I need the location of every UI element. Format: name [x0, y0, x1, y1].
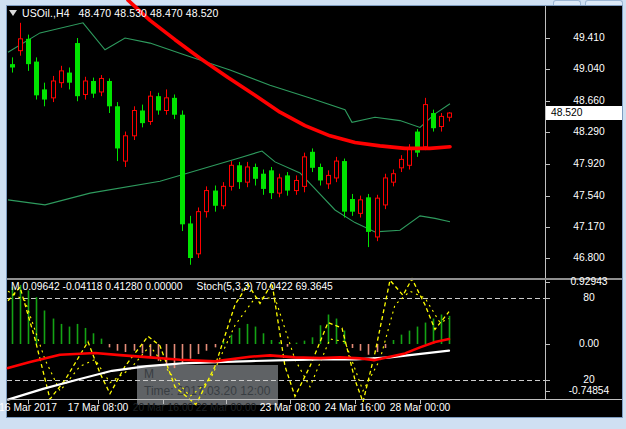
candle-body-bear — [350, 199, 355, 212]
candle-body-bull — [392, 174, 396, 182]
indicator-axis-label: 0.00 — [558, 338, 620, 349]
time-axis-label: 16 Mar 2017 — [0, 402, 57, 414]
price-axis-label: 46.800 — [558, 252, 620, 263]
candle-body-bear — [310, 152, 315, 168]
candle-body-bull — [295, 180, 299, 190]
candle-body-bull — [384, 178, 388, 205]
price-axis-label: 47.540 — [558, 190, 620, 201]
candle-body-bull — [205, 191, 209, 212]
candle-body-bull — [84, 81, 88, 94]
indicator-header: M 0.09642 -0.04118 0.41280 0.00000Stoch(… — [11, 281, 333, 292]
price-axis-label: 48.660 — [558, 95, 620, 106]
candle-body-bull — [19, 39, 23, 51]
candle-body-bear — [156, 96, 161, 110]
time-axis-label: 24 Mar 16:00 — [325, 402, 386, 414]
candle-body-bear — [366, 197, 371, 232]
candle-body-bear — [285, 175, 290, 190]
candle-body-bear — [188, 223, 193, 258]
candle-body-bear — [107, 81, 112, 106]
candle-body-bear — [26, 39, 31, 64]
candle-body-bull — [278, 178, 282, 193]
candle-body-bull — [60, 71, 64, 83]
price-axis-label: 47.920 — [558, 158, 620, 169]
price-axis-label: 47.170 — [558, 221, 620, 232]
candle-body-bear — [237, 165, 242, 182]
macd-values-label: M 0.09642 -0.04118 0.41280 0.00000 — [11, 281, 183, 292]
candle-body-bull — [246, 167, 250, 182]
candle-body-bear — [115, 106, 120, 148]
candle-body-bear — [140, 110, 145, 123]
indicator-axis-label: 0.92943 — [558, 276, 620, 287]
bollinger-upper-line — [8, 23, 450, 128]
candle-body-bear — [67, 73, 72, 83]
candle-body-bear — [342, 161, 347, 212]
candle-body-bear — [10, 64, 15, 67]
indicator-axis-label: -0.74854 — [558, 385, 620, 396]
candle-body-bull — [124, 136, 128, 161]
candle-body-bull — [335, 161, 339, 178]
candle-body-bear — [75, 43, 80, 96]
time-axis-label: 23 Mar 08:00 — [260, 402, 321, 414]
candle-body-bear — [42, 89, 47, 99]
candle-body-bull — [52, 81, 56, 98]
candle-body-bear — [269, 170, 274, 193]
stoch-k-line — [8, 279, 449, 405]
candle-body-bull — [448, 113, 452, 117]
price-axis-label: 49.040 — [558, 63, 620, 74]
indicator-axis-label: 80 — [558, 292, 620, 303]
candle-body-bull — [327, 175, 331, 183]
candle-body-bull — [376, 198, 380, 237]
candle-body-bull — [197, 212, 201, 254]
price-axis-label: 48.290 — [558, 126, 620, 137]
stoch-values-label: Stoch(5,3,3) 70.0422 69.3645 — [197, 281, 333, 292]
price-axis-label: 49.410 — [558, 32, 620, 43]
current-price-box: 48.520 — [546, 106, 622, 120]
candle-body-bull — [408, 148, 412, 165]
candle-body-bear — [253, 167, 258, 179]
candle-body-bear — [180, 115, 185, 225]
time-axis-label: 28 Mar 00:00 — [390, 402, 451, 414]
candle-body-bull — [133, 110, 137, 135]
time-axis-label: 17 Mar 08:00 — [68, 402, 129, 414]
candle-body-bull — [440, 116, 444, 126]
time-axis-label: 22 Mar 00:00 — [196, 402, 257, 414]
candle-body-bear — [172, 98, 177, 115]
candle-body-bull — [149, 96, 153, 121]
candle-body-bear — [34, 62, 39, 96]
candle-body-bull — [424, 105, 428, 147]
candle-body-bull — [400, 159, 404, 167]
candle-body-bear — [261, 174, 266, 189]
indicator-axis-label: 20 — [558, 374, 620, 385]
candle-body-bear — [91, 81, 96, 94]
candle-body-bull — [359, 200, 363, 213]
candle-body-bull — [230, 165, 234, 186]
symbol-dropdown-icon[interactable] — [9, 10, 17, 16]
chart-canvas[interactable] — [0, 0, 626, 429]
candle-body-bear — [431, 113, 436, 128]
time-axis-label: 20 Mar 16:00 — [133, 402, 194, 414]
candle-body-bull — [100, 78, 104, 91]
candle-body-bear — [213, 191, 218, 206]
candle-body-bear — [318, 167, 323, 180]
symbol-period-label: USOil.,H4 — [22, 7, 70, 19]
candle-body-bull — [303, 157, 307, 187]
candle-body-bull — [165, 98, 169, 111]
ohlc-values: 48.470 48.530 48.470 48.520 — [79, 7, 219, 19]
chart-title: USOil.,H448.470 48.530 48.470 48.520 — [22, 7, 219, 19]
ma-red-line — [128, 0, 450, 148]
candle-body-bull — [222, 186, 226, 205]
